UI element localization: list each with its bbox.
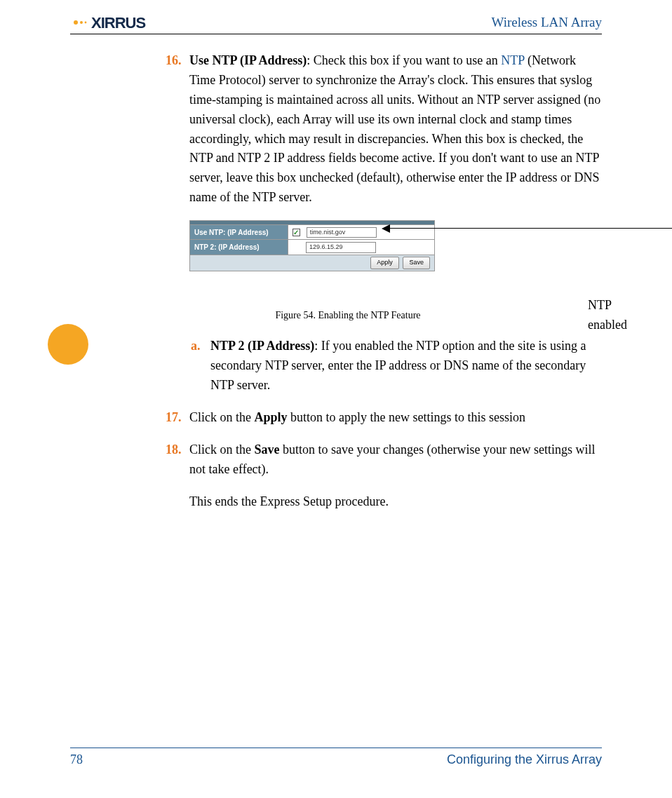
save-button[interactable]: Save — [403, 257, 430, 269]
step-text: Click on the Save button to save your ch… — [189, 440, 602, 480]
row-label: NTP 2: (IP Address) — [190, 240, 288, 255]
arrow-left-icon — [382, 224, 391, 234]
step-number: 16. — [166, 51, 189, 208]
svg-point-0 — [74, 20, 78, 25]
bold-word: Apply — [255, 410, 288, 424]
page-number: 78 — [70, 752, 83, 767]
row-label: Use NTP: (IP Address) — [190, 225, 288, 240]
text-fragment: : Check this box if you want to use an — [307, 53, 501, 67]
doc-title: Wireless LAN Array — [491, 15, 602, 30]
callout-label: NTP enabled — [588, 296, 627, 335]
ntp2-address-input[interactable]: 129.6.15.29 — [306, 242, 376, 253]
table-row: Apply Save — [190, 255, 435, 271]
row-value-cell: time.nist.gov — [288, 225, 435, 240]
apply-button[interactable]: Apply — [370, 257, 399, 269]
step-18: 18. Click on the Save button to save you… — [166, 440, 602, 480]
page-footer: 78 Configuring the Xirrus Array — [70, 748, 602, 767]
ntp-link[interactable]: NTP — [501, 53, 524, 67]
svg-point-1 — [80, 21, 83, 24]
orange-tab-marker — [48, 324, 88, 365]
text-fragment: Click on the — [189, 442, 255, 457]
svg-text:XIRRUS: XIRRUS — [91, 14, 145, 31]
row-value-cell: 129.6.15.29 — [288, 240, 435, 255]
step-title: NTP 2 (IP Address) — [210, 339, 314, 353]
step-number: 18. — [166, 440, 189, 480]
figure-54: Use NTP: (IP Address) time.nist.gov NTP … — [189, 220, 602, 323]
page-header: XIRRUS Wireless LAN Array — [70, 14, 602, 34]
checkbox-icon[interactable] — [293, 229, 300, 236]
step-title: Use NTP (IP Address) — [189, 53, 307, 67]
table-row: Use NTP: (IP Address) time.nist.gov — [190, 225, 435, 240]
closing-text: This ends the Express Setup procedure. — [189, 492, 602, 512]
step-16a: a. NTP 2 (IP Address): If you enabled th… — [166, 337, 602, 395]
footer-section: Configuring the Xirrus Array — [447, 752, 602, 767]
step-17: 17. Click on the Apply button to apply t… — [166, 408, 602, 428]
svg-point-2 — [85, 22, 87, 24]
step-text: NTP 2 (IP Address): If you enabled the N… — [210, 337, 602, 395]
ntp-address-input[interactable]: time.nist.gov — [307, 227, 377, 238]
xirrus-logo: XIRRUS — [70, 14, 175, 31]
svg-marker-4 — [382, 224, 390, 233]
table-row: NTP 2: (IP Address) 129.6.15.29 — [190, 240, 435, 255]
text-fragment: (Network Time Protocol) server to synchr… — [189, 53, 600, 204]
figure-caption: Figure 54. Enabling the NTP Feature — [94, 308, 602, 323]
step-number: 17. — [166, 408, 189, 428]
step-text: Use NTP (IP Address): Check this box if … — [189, 51, 602, 208]
sub-letter: a. — [191, 337, 210, 395]
text-fragment: button to apply the new settings to this… — [288, 410, 526, 424]
text-fragment: Click on the — [189, 410, 255, 424]
step-text: Click on the Apply button to apply the n… — [189, 408, 602, 428]
callout-line — [386, 228, 672, 229]
bold-word: Save — [255, 442, 280, 457]
step-16: 16. Use NTP (IP Address): Check this box… — [166, 51, 602, 208]
